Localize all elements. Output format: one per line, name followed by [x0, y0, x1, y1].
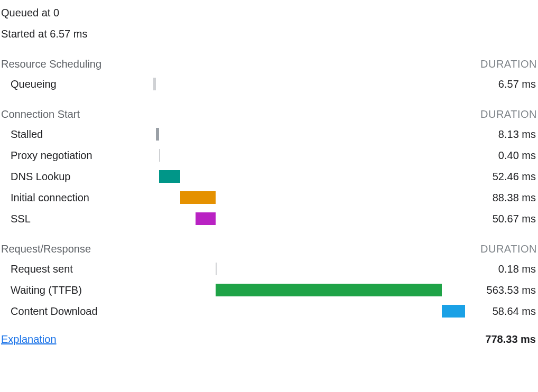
timing-row-value: 52.46 ms — [465, 171, 537, 183]
timing-row-label: Request sent — [11, 263, 153, 275]
timing-row-label: Content Download — [11, 305, 153, 318]
timing-row: Stalled8.13 ms — [0, 124, 538, 145]
duration-heading: DURATION — [480, 108, 537, 120]
timing-section: Request/ResponseDURATIONRequest sent0.18… — [0, 242, 538, 322]
timing-bar-track — [153, 263, 465, 275]
timing-row-value: 50.67 ms — [465, 213, 537, 225]
timing-row-value: 6.57 ms — [465, 78, 537, 90]
section-title: Request/Response — [1, 243, 91, 255]
timing-row: Queueing6.57 ms — [0, 73, 538, 95]
timing-row-label: Queueing — [11, 78, 153, 90]
timing-bar-track — [153, 149, 465, 162]
section-title: Resource Scheduling — [1, 58, 101, 70]
timing-row: DNS Lookup52.46 ms — [0, 166, 538, 187]
timing-sections: Resource SchedulingDURATIONQueueing6.57 … — [0, 57, 538, 322]
timing-row-value: 88.38 ms — [465, 192, 537, 204]
timing-bar — [159, 170, 180, 183]
timing-row: SSL50.67 ms — [0, 208, 538, 229]
section-header: Connection StartDURATION — [0, 107, 538, 124]
timing-row-label: SSL — [11, 213, 153, 225]
timing-bar — [156, 128, 159, 141]
section-header: Resource SchedulingDURATION — [0, 57, 538, 73]
timing-row: Request sent0.18 ms — [0, 258, 538, 279]
timing-bar-track — [153, 191, 465, 204]
timing-section: Connection StartDURATIONStalled8.13 msPr… — [0, 107, 538, 229]
timing-bar — [180, 191, 216, 204]
explanation-link[interactable]: Explanation — [1, 333, 57, 346]
timing-row-value: 8.13 ms — [465, 128, 537, 141]
timing-footer: Explanation 778.33 ms — [0, 333, 538, 347]
timing-bar-track — [153, 170, 465, 183]
total-duration: 778.33 ms — [485, 333, 537, 346]
duration-heading: DURATION — [480, 243, 537, 255]
timing-row-label: Waiting (TTFB) — [11, 284, 153, 296]
timing-row: Waiting (TTFB)563.53 ms — [0, 279, 538, 301]
started-at: Started at 6.57 ms — [0, 23, 538, 44]
timing-row-label: DNS Lookup — [11, 171, 153, 183]
queued-at: Queued at 0 — [0, 2, 538, 23]
timing-row-value: 563.53 ms — [465, 284, 537, 296]
section-header: Request/ResponseDURATION — [0, 242, 538, 258]
timing-bar — [216, 284, 441, 296]
timing-row-value: 0.40 ms — [465, 150, 537, 162]
timing-section: Resource SchedulingDURATIONQueueing6.57 … — [0, 57, 538, 95]
timing-bar-track — [153, 305, 465, 318]
timing-row: Proxy negotiation0.40 ms — [0, 145, 538, 166]
timing-row-label: Initial connection — [11, 192, 153, 204]
timing-bar — [196, 212, 216, 225]
timing-bar — [153, 78, 156, 90]
timing-bar-track — [153, 212, 465, 225]
timing-bar-track — [153, 78, 465, 90]
timing-bar-track — [153, 128, 465, 141]
timing-bar — [159, 149, 160, 162]
timing-row: Initial connection88.38 ms — [0, 187, 538, 208]
timing-bar — [442, 305, 465, 318]
timing-bar-track — [153, 284, 465, 296]
timing-panel: Queued at 0 Started at 6.57 ms Resource … — [0, 0, 538, 347]
timing-row-value: 0.18 ms — [465, 263, 537, 275]
duration-heading: DURATION — [480, 58, 537, 70]
timing-row-value: 58.64 ms — [465, 305, 537, 318]
timing-row: Content Download58.64 ms — [0, 301, 538, 322]
timing-row-label: Stalled — [11, 128, 153, 141]
timing-bar — [216, 263, 217, 275]
timing-row-label: Proxy negotiation — [11, 150, 153, 162]
section-title: Connection Start — [1, 108, 80, 120]
